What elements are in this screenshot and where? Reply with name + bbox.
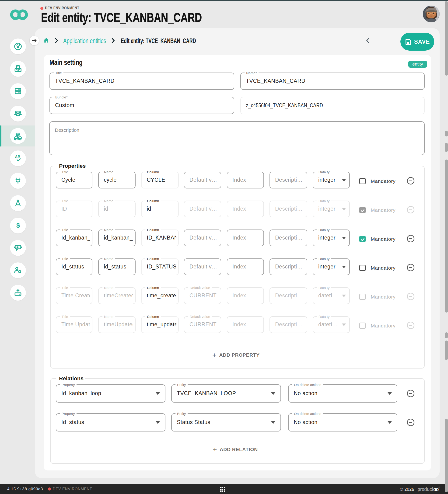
svg-text:$: $ <box>16 222 20 229</box>
svg-text:AB: AB <box>15 155 20 159</box>
